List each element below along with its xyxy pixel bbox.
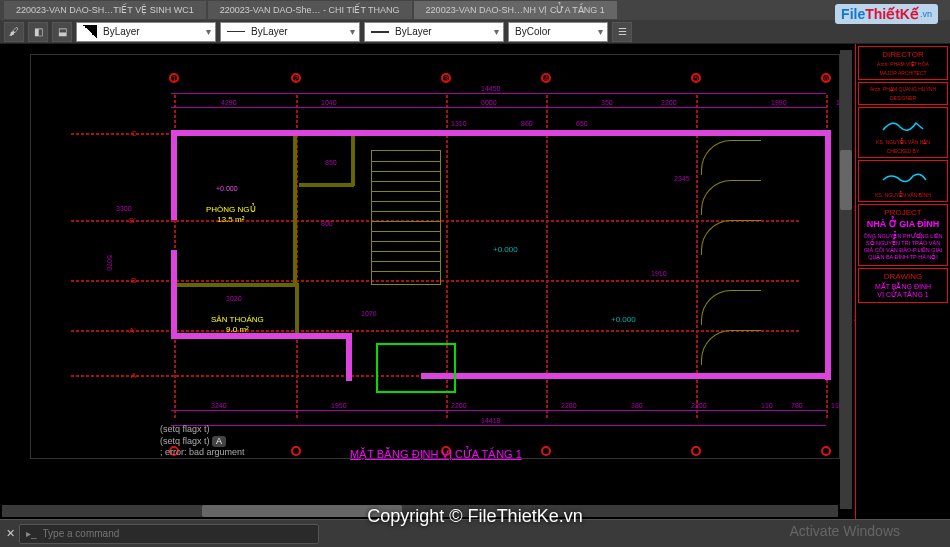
command-line: (setq flagx t) bbox=[160, 436, 210, 446]
grid-marker bbox=[691, 446, 701, 456]
tb-project: PROJECT NHÀ Ở GIA ĐÌNH ÔNG NGUYỄN PHƯƠNG… bbox=[858, 204, 948, 266]
dimension-line bbox=[171, 93, 826, 94]
dimension-text: 4290 bbox=[221, 99, 237, 106]
grid-label: 1 bbox=[172, 74, 176, 83]
dimension-text: 2200 bbox=[451, 402, 467, 409]
color-swatch-icon bbox=[83, 25, 97, 39]
dropdown-value: ByLayer bbox=[395, 26, 432, 37]
tab-label: 220023-VAN DAO-She… - CHI TIẾT THANG bbox=[220, 5, 400, 15]
dropdown-value: ByColor bbox=[515, 26, 551, 37]
tb-checked: KS. NGUYỄN VĂN BÌNH bbox=[858, 160, 948, 202]
dimension-text: 780 bbox=[791, 402, 803, 409]
model-space[interactable]: 1 2 3 4 5 6 14450 4290 1040 6000 350 220… bbox=[0, 44, 950, 519]
grid-label: 3 bbox=[444, 74, 448, 83]
wall-interior bbox=[295, 283, 299, 333]
lineweight-dropdown[interactable]: ByLayer bbox=[364, 22, 504, 42]
room-label-yard: SÂN THOÁNG 9.0 m² bbox=[211, 315, 264, 334]
dimension-text: 650 bbox=[576, 120, 588, 127]
grid-label: A' bbox=[129, 326, 136, 335]
dimension-text: 2200 bbox=[661, 99, 677, 106]
tab-label: 220023-VAN DAO-SH…NH VỊ CỬA TẦNG 1 bbox=[426, 5, 605, 15]
wall bbox=[171, 130, 831, 136]
command-icon: ✕ bbox=[6, 527, 15, 540]
command-history: (setq flagx t) (setq flagx t) A ; error:… bbox=[160, 424, 245, 459]
tab-label: 220023-VAN DAO-SH…TIẾT VỆ SINH WC1 bbox=[16, 5, 194, 15]
dimension-line bbox=[171, 107, 826, 108]
wall bbox=[346, 333, 352, 381]
wall bbox=[171, 250, 177, 335]
dimension-text: 1910 bbox=[651, 270, 667, 277]
signature-icon bbox=[862, 111, 944, 139]
dimension-text: 1076 bbox=[361, 310, 377, 317]
logo-part: ThiếtKế bbox=[865, 6, 919, 22]
command-badge: A bbox=[212, 436, 226, 448]
wall bbox=[825, 130, 831, 380]
command-input[interactable] bbox=[43, 528, 312, 539]
grid-axis-4 bbox=[546, 95, 548, 417]
staircase bbox=[371, 150, 441, 285]
tab-3[interactable]: 220023-VAN DAO-SH…NH VỊ CỬA TẦNG 1 bbox=[414, 1, 617, 19]
tb-designer: KS. NGUYỄN VĂN HẬN CHECKED BY bbox=[858, 107, 948, 158]
grid-marker bbox=[821, 446, 831, 456]
lineweight-icon bbox=[371, 31, 389, 33]
title-block: DIRECTOR Arch. PHAM VIỆT HÒA MAJOR ARCHI… bbox=[855, 44, 950, 519]
command-line: (setq flagx t) bbox=[160, 424, 245, 436]
wall-interior bbox=[293, 136, 297, 286]
grid-label: 5 bbox=[694, 74, 698, 83]
linetype-icon bbox=[227, 31, 245, 32]
grid-label: 6 bbox=[824, 74, 828, 83]
wall bbox=[421, 373, 831, 379]
copyright-watermark: Copyright © FileThietKe.vn bbox=[367, 506, 582, 527]
level-mark: +0.000 bbox=[611, 315, 636, 324]
paint-icon[interactable]: 🖌 bbox=[4, 22, 24, 42]
dimension-text: 5070 bbox=[106, 255, 113, 271]
dimension-text: 2200 bbox=[691, 402, 707, 409]
door-assembly bbox=[701, 140, 761, 370]
plotstyle-dropdown[interactable]: ByColor bbox=[508, 22, 608, 42]
chevron-icon: ▸_ bbox=[26, 528, 37, 539]
wall-interior bbox=[351, 136, 355, 186]
document-tabs-bar: 220023-VAN DAO-SH…TIẾT VỆ SINH WC1 22002… bbox=[0, 0, 950, 20]
dropdown-value: ByLayer bbox=[251, 26, 288, 37]
wall bbox=[171, 130, 177, 220]
vertical-scrollbar[interactable] bbox=[840, 50, 852, 509]
tab-2[interactable]: 220023-VAN DAO-She… - CHI TIẾT THANG bbox=[208, 1, 412, 19]
linetype-dropdown[interactable]: ByLayer bbox=[220, 22, 360, 42]
dimension-text: 3240 bbox=[211, 402, 227, 409]
signature-icon bbox=[862, 164, 944, 192]
room-label-bedroom: PHÒNG NGỦ 13.5 m² bbox=[206, 205, 256, 224]
grid-label: 2 bbox=[294, 74, 298, 83]
color-dropdown[interactable]: ByLayer bbox=[76, 22, 216, 42]
dimension-line bbox=[171, 425, 826, 426]
dimension-text: 860 bbox=[521, 120, 533, 127]
site-logo: File ThiếtKế .vn bbox=[835, 4, 938, 24]
command-input-wrapper[interactable]: ▸_ bbox=[19, 524, 319, 544]
grid-axis-5 bbox=[696, 95, 698, 417]
command-line: ; error: bad argument bbox=[160, 447, 245, 459]
list-icon[interactable]: ☰ bbox=[612, 22, 632, 42]
tab-1[interactable]: 220023-VAN DAO-SH…TIẾT VỆ SINH WC1 bbox=[4, 1, 206, 19]
dimension-text: 3300 bbox=[116, 205, 132, 212]
logo-part: .vn bbox=[920, 9, 932, 19]
dimension-text: 1310 bbox=[451, 120, 467, 127]
properties-toolbar: 🖌 ◧ ⬓ ByLayer ByLayer ByLayer ByColor ☰ bbox=[0, 20, 950, 44]
dimension-text: 1990 bbox=[771, 99, 787, 106]
dimension-text: 800 bbox=[321, 220, 333, 227]
grid-label: 4 bbox=[544, 74, 548, 83]
tb-architect: Arch. PHẠM QUANG HUỲNH DESIGNER bbox=[858, 82, 948, 105]
dimension-line bbox=[171, 410, 826, 411]
dropdown-value: ByLayer bbox=[103, 26, 140, 37]
grid-label: C bbox=[131, 129, 137, 138]
drawing-title: MẶT BẰNG ĐỊNH VỊ CỬA TẦNG 1 bbox=[350, 448, 522, 461]
match-icon[interactable]: ⬓ bbox=[52, 22, 72, 42]
tb-drawing: DRAWING MẶT BẰNG ĐỊNH VỊ CỬA TẦNG 1 bbox=[858, 268, 948, 303]
wall-interior bbox=[299, 183, 354, 187]
level-mark: +0.000 bbox=[216, 185, 238, 192]
dimension-text: 350 bbox=[601, 99, 613, 106]
logo-part: File bbox=[841, 6, 865, 22]
grid-marker bbox=[291, 446, 301, 456]
dimension-text: 14418 bbox=[481, 417, 500, 424]
brush-icon[interactable]: ◧ bbox=[28, 22, 48, 42]
dimension-text: 14450 bbox=[481, 85, 500, 92]
dimension-text: 380 bbox=[631, 402, 643, 409]
